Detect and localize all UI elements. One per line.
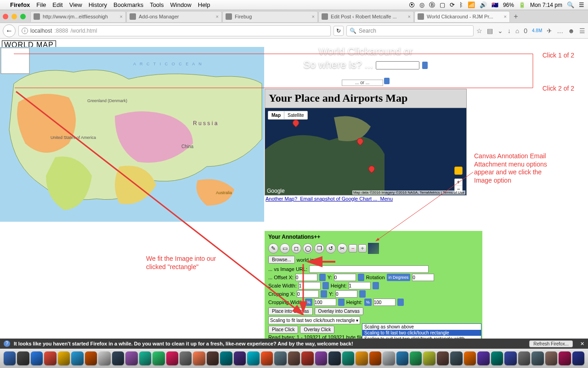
dock-app-icon[interactable] [301,351,313,365]
unit-pct[interactable]: % [364,299,372,306]
pocket-icon[interactable]: ⌄ [498,27,503,34]
close-tab-icon[interactable]: × [312,14,315,19]
close-tab-icon[interactable]: × [216,14,219,19]
dock-app-icon[interactable] [98,351,110,365]
stepper-icon[interactable] [358,274,364,281]
dock-app-icon[interactable] [328,351,340,365]
wifi-icon[interactable]: 📶 [468,1,475,8]
menu-icon[interactable]: ☰ [579,27,585,34]
back-button[interactable]: ← [3,24,16,37]
dock-app-icon[interactable] [4,351,16,365]
rotation-unit[interactable]: in Degrees [387,274,411,281]
volume-icon[interactable]: 🔊 [480,1,487,8]
tool-minus-icon[interactable]: − [349,244,357,253]
menu-file[interactable]: File [36,1,46,8]
bluetooth-icon[interactable]: ᛒ [459,1,463,8]
image-url-input[interactable] [309,265,429,273]
clock[interactable]: Mon 7:14 pm [530,2,562,8]
browse-button[interactable]: Browse... [268,256,295,264]
browser-tab[interactable]: Edit Post ‹ Robert Metcalfe ...× [318,11,414,22]
stepper-icon[interactable] [373,282,379,289]
zoom-in-button[interactable]: + [455,179,462,186]
dock-app-icon[interactable] [450,351,462,365]
close-tab-icon[interactable]: × [504,14,507,19]
dock-app-icon[interactable] [423,351,435,365]
map-pin-icon[interactable] [368,166,374,174]
unit-pct[interactable]: % [305,299,312,306]
overflow-icon[interactable]: … [557,27,563,34]
bookmark-icon[interactable]: ☆ [476,27,482,34]
overlay-click-button[interactable]: Overlay Click [300,326,334,334]
menu-link[interactable]: Menu [380,196,393,201]
dock-app-icon[interactable] [153,351,164,365]
tool-square-icon[interactable]: ◻ [291,243,301,253]
browser-tab[interactable]: Firebug× [222,11,318,22]
search-bar[interactable]: 🔍 Search [346,25,474,36]
croph-input[interactable] [373,299,396,306]
dock-app-icon[interactable] [58,351,70,365]
tool-pen-icon[interactable]: ✎ [268,243,278,253]
dock-app-icon[interactable] [166,351,178,365]
email-snapshot-link[interactable]: Email snapshot of Google Chart ... [300,196,377,201]
dock-app-icon[interactable] [491,351,503,365]
dock-app-icon[interactable] [342,351,354,365]
dock-app-icon[interactable] [396,351,408,365]
spotlight-icon[interactable]: 🔍 [567,1,574,8]
menu-tools[interactable]: Tools [150,1,164,8]
cropx-input[interactable] [297,290,319,298]
menu-help[interactable]: Help [198,1,210,8]
stepper-icon[interactable] [322,282,329,289]
dock-app-icon[interactable] [531,351,543,365]
stepper-icon[interactable] [359,290,366,298]
dock-app-icon[interactable] [410,351,422,365]
dock-app-icon[interactable] [31,351,43,365]
map-type-control[interactable]: MapSatellite [268,111,308,120]
browser-tab[interactable]: World Clickaround - RJM Pr...× [414,11,510,22]
close-tab-icon[interactable]: × [120,14,123,19]
place-canvas-button[interactable]: Place into Canvas [268,307,313,315]
app-name[interactable]: Firefox [10,1,30,8]
cropw-input[interactable] [314,299,336,306]
new-tab-button[interactable]: + [510,12,521,21]
dock-app-icon[interactable] [261,351,273,365]
tool-rect-icon[interactable]: ▭ [280,243,290,253]
airplay-icon[interactable]: ▢ [440,1,445,8]
dock-app-icon[interactable] [247,351,259,365]
tool-circle-icon[interactable]: ◯ [303,243,313,253]
menu-window[interactable]: Window [170,1,192,8]
dock-app-icon[interactable] [437,351,449,365]
map-btn[interactable]: Map [268,111,284,119]
share-icon[interactable]: ✈ [547,27,552,34]
satellite-btn[interactable]: Satellite [284,111,307,119]
scale-opt[interactable]: Scaling as shown above [362,324,481,330]
dock-app-icon[interactable] [180,351,192,365]
minimize-window-icon[interactable] [11,14,17,19]
dock-app-icon[interactable] [315,351,327,365]
streetview-icon[interactable] [454,167,463,175]
menu-history[interactable]: History [89,1,107,8]
status-icon[interactable]: Ⓑ [429,1,435,9]
close-window-icon[interactable] [3,14,8,19]
menu-view[interactable]: View [69,1,82,8]
reload-button[interactable]: ↻ [334,26,344,36]
dock-app-icon[interactable] [139,351,151,365]
dock-app-icon[interactable] [464,351,476,365]
cropy-input[interactable] [335,290,357,298]
stepper-icon[interactable] [321,290,327,298]
google-map[interactable]: MapSatellite +− Google Map data ©2016 Im… [265,108,467,196]
home-icon[interactable]: ⌂ [515,27,519,34]
battery-icon[interactable]: 🔋 [519,2,526,8]
browser-tab[interactable]: Add-ons Manager× [126,11,222,22]
scaleh-input[interactable] [349,282,371,289]
dock-app-icon[interactable] [207,351,219,365]
dock-app-icon[interactable] [383,351,395,365]
world-map[interactable]: R u s s i a China Australia Greenland (D… [0,47,264,222]
dock-app-icon[interactable] [477,351,489,365]
flag-icon[interactable]: 🇦🇺 [492,2,498,8]
status-icon[interactable]: ◎ [419,1,424,8]
notifications-icon[interactable]: ☰ [579,1,584,8]
tool-image-thumb[interactable] [368,243,379,254]
tool-copy-icon[interactable]: ❐ [314,243,324,253]
tool-cut-icon[interactable]: ✂ [337,243,347,253]
offsetx-input[interactable] [295,274,317,281]
